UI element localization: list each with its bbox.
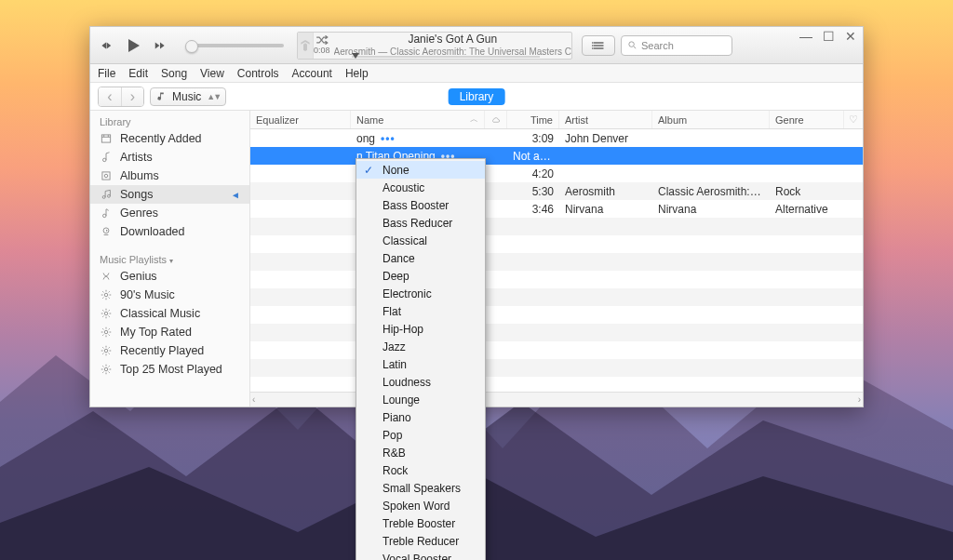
window-controls: — ☐ ✕ <box>799 30 857 43</box>
col-artist[interactable]: Artist <box>559 111 652 128</box>
menu-controls[interactable]: Controls <box>237 67 279 80</box>
table-row <box>250 359 863 377</box>
sidebar-item-songs[interactable]: Songs◄ <box>90 185 249 204</box>
col-love[interactable]: ♡ <box>844 111 863 128</box>
table-row <box>250 341 863 359</box>
equalizer-option-latin[interactable]: Latin <box>356 355 485 373</box>
equalizer-option-piano[interactable]: Piano <box>356 408 485 426</box>
sidebar-item-artists[interactable]: Artists <box>90 148 249 167</box>
playlist-item-recently-played[interactable]: Recently Played <box>90 341 249 360</box>
volume-slider[interactable] <box>187 44 284 47</box>
table-row <box>250 306 863 324</box>
equalizer-option-rock[interactable]: Rock <box>356 461 485 479</box>
scroll-right-icon[interactable]: › <box>858 394 861 405</box>
equalizer-menu[interactable]: NoneAcousticBass BoosterBass ReducerClas… <box>356 158 486 560</box>
song-list: Equalizer Name ︿ Time Artist Album Genre… <box>250 111 863 407</box>
equalizer-option-acoustic[interactable]: Acoustic <box>356 179 485 196</box>
lcd-title: Janie's Got A Gun <box>334 33 571 46</box>
equalizer-option-loudness[interactable]: Loudness <box>356 373 485 391</box>
equalizer-option-treble-booster[interactable]: Treble Booster <box>356 514 485 532</box>
equalizer-option-jazz[interactable]: Jazz <box>356 338 485 355</box>
col-album[interactable]: Album <box>652 111 770 128</box>
svg-point-12 <box>104 293 108 297</box>
playlist-item-90-s-music[interactable]: 90's Music <box>90 286 249 304</box>
equalizer-option-lounge[interactable]: Lounge <box>356 391 485 408</box>
equalizer-option-small-speakers[interactable]: Small Speakers <box>356 479 485 497</box>
menu-edit[interactable]: Edit <box>128 67 148 80</box>
list-view-button[interactable] <box>582 35 615 56</box>
cloud-icon <box>490 115 501 125</box>
equalizer-option-bass-reducer[interactable]: Bass Reducer <box>356 214 485 232</box>
menu-song[interactable]: Song <box>161 67 187 80</box>
shuffle-status[interactable]: 0:08 <box>314 33 330 57</box>
equalizer-option-spoken-word[interactable]: Spoken Word <box>356 497 485 514</box>
equalizer-option-r-b[interactable]: R&B <box>356 444 485 461</box>
svg-point-15 <box>104 349 108 353</box>
table-row[interactable]: n Who Sold The World (ly…3:46NirvanaNirv… <box>250 200 863 218</box>
col-genre[interactable]: Genre <box>770 111 844 128</box>
playlist-item-my-top-rated[interactable]: My Top Rated <box>90 323 249 341</box>
equalizer-option-deep[interactable]: Deep <box>356 267 485 285</box>
svg-point-10 <box>103 214 107 218</box>
equalizer-option-electronic[interactable]: Electronic <box>356 285 485 302</box>
menu-view[interactable]: View <box>200 67 224 80</box>
close-button[interactable]: ✕ <box>844 30 857 43</box>
col-name[interactable]: Name ︿ <box>351 111 485 128</box>
sidebar-item-genres[interactable]: Genres <box>90 204 249 222</box>
table-row <box>250 218 863 235</box>
equalizer-option-classical[interactable]: Classical <box>356 232 485 249</box>
playlist-item-top-25-most-played[interactable]: Top 25 Most Played <box>90 360 249 379</box>
maximize-button[interactable]: ☐ <box>822 30 835 43</box>
table-row <box>250 235 863 253</box>
col-time[interactable]: Time <box>507 111 559 128</box>
now-playing-indicator-icon: ◄ <box>231 190 240 200</box>
col-equalizer[interactable]: Equalizer <box>250 111 351 128</box>
svg-point-0 <box>592 42 593 44</box>
equalizer-option-none[interactable]: None <box>356 161 485 179</box>
svg-point-14 <box>104 330 108 334</box>
sidebar: Library Recently AddedArtistsAlbumsSongs… <box>90 111 250 407</box>
svg-rect-6 <box>102 172 110 180</box>
minimize-button[interactable]: — <box>799 30 812 43</box>
table-row[interactable]: 4:20 <box>250 165 863 182</box>
menu-help[interactable]: Help <box>345 67 369 80</box>
equalizer-option-flat[interactable]: Flat <box>356 302 485 320</box>
previous-button[interactable] <box>100 39 113 52</box>
scroll-left-icon[interactable]: ‹ <box>252 394 255 405</box>
secondary-bar: ‹ › Music ▲▼ Library <box>90 83 863 111</box>
menu-file[interactable]: File <box>98 67 115 80</box>
equalizer-option-dance[interactable]: Dance <box>356 249 485 267</box>
chevron-updown-icon: ▲▼ <box>207 92 220 101</box>
play-button[interactable] <box>122 34 144 57</box>
equalizer-option-pop[interactable]: Pop <box>356 426 485 444</box>
equalizer-option-vocal-booster[interactable]: Vocal Booster <box>356 550 485 560</box>
media-kind-selector[interactable]: Music ▲▼ <box>150 87 226 106</box>
music-note-icon <box>156 91 167 101</box>
sidebar-item-downloaded[interactable]: Downloaded <box>90 222 249 241</box>
menu-account[interactable]: Account <box>292 67 332 80</box>
sidebar-item-recently-added[interactable]: Recently Added <box>90 129 249 148</box>
library-pill[interactable]: Library <box>449 88 505 105</box>
sidebar-item-albums[interactable]: Albums <box>90 167 249 185</box>
equalizer-option-hip-hop[interactable]: Hip-Hop <box>356 320 485 338</box>
nav-forward-button[interactable]: › <box>121 87 143 106</box>
playlist-item-genius[interactable]: Genius <box>90 267 249 286</box>
table-row[interactable]: n Titan Opening•••Not av… <box>250 147 863 165</box>
artwork-icon <box>298 33 314 59</box>
next-button[interactable] <box>154 39 167 52</box>
search-input[interactable]: Search <box>621 35 732 56</box>
svg-point-1 <box>592 45 593 47</box>
more-icon[interactable]: ••• <box>381 132 396 145</box>
table-row[interactable]: ong•••3:09John Denver <box>250 129 863 147</box>
menu-bar: FileEditSongViewControlsAccountHelp <box>90 64 863 83</box>
svg-point-3 <box>629 42 635 47</box>
nav-back-forward: ‹ › <box>98 87 144 107</box>
playlist-item-classical-music[interactable]: Classical Music <box>90 304 249 323</box>
nav-back-button[interactable]: ‹ <box>99 87 121 106</box>
col-cloud[interactable] <box>485 111 507 128</box>
equalizer-option-bass-booster[interactable]: Bass Booster <box>356 196 485 214</box>
horizontal-scrollbar[interactable]: ‹ › <box>250 392 863 407</box>
table-row[interactable]: Got A Gun5:30AerosmithClassic Aerosmith:… <box>250 182 863 200</box>
equalizer-option-treble-reducer[interactable]: Treble Reducer <box>356 532 485 550</box>
progress-bar[interactable] <box>352 55 540 59</box>
